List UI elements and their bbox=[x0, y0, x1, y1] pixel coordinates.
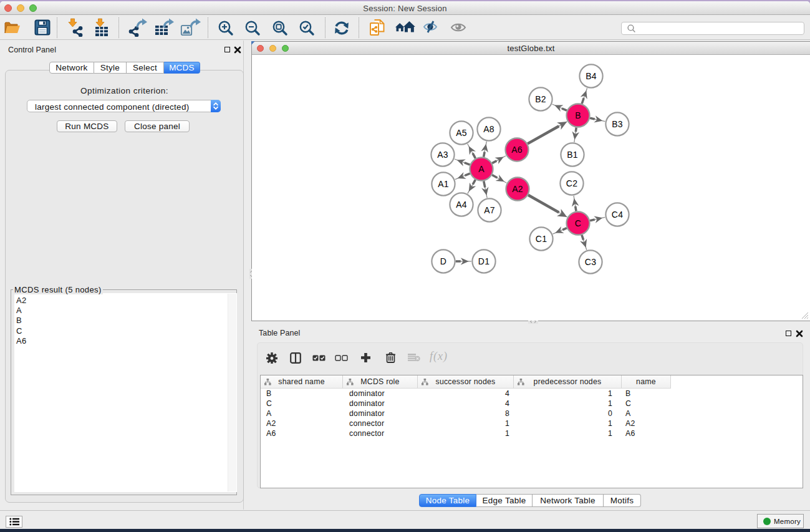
svg-text:C3: C3 bbox=[585, 257, 596, 267]
svg-text:A2: A2 bbox=[512, 184, 523, 194]
svg-text:A6: A6 bbox=[511, 145, 523, 155]
svg-text:B: B bbox=[575, 110, 581, 120]
svg-text:A3: A3 bbox=[437, 150, 448, 160]
svg-text:A1: A1 bbox=[438, 179, 449, 189]
svg-text:f(x): f(x) bbox=[430, 351, 448, 363]
svg-text:D: D bbox=[440, 256, 446, 266]
svg-text:B2: B2 bbox=[535, 94, 546, 104]
svg-text:D1: D1 bbox=[478, 256, 489, 266]
svg-text:B3: B3 bbox=[612, 119, 623, 129]
svg-text:C1: C1 bbox=[536, 234, 547, 244]
svg-text:C4: C4 bbox=[612, 210, 623, 220]
svg-text:C2: C2 bbox=[566, 178, 577, 188]
svg-text:C: C bbox=[575, 218, 581, 228]
svg-text:A4: A4 bbox=[456, 200, 467, 210]
svg-text:A8: A8 bbox=[483, 124, 494, 134]
svg-text:A5: A5 bbox=[456, 128, 467, 138]
svg-text:A: A bbox=[478, 164, 485, 174]
svg-text:B4: B4 bbox=[586, 71, 597, 81]
svg-text:A7: A7 bbox=[484, 205, 495, 215]
svg-text:B1: B1 bbox=[567, 150, 578, 160]
